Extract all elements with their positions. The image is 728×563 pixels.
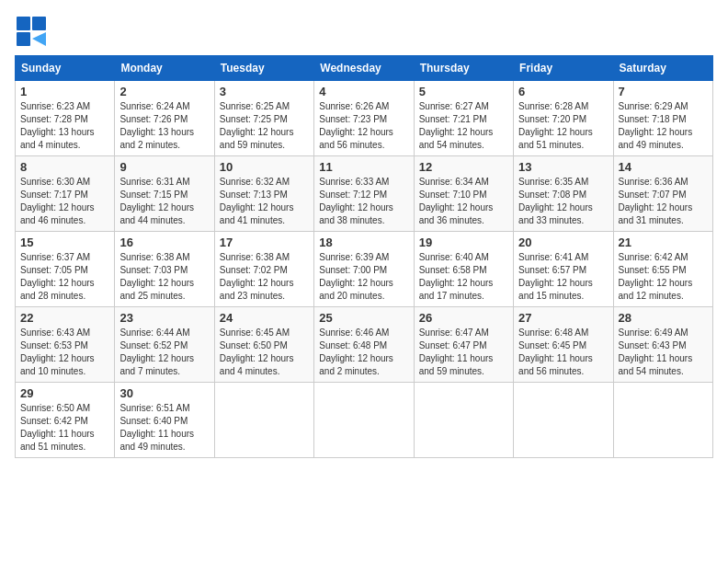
svg-marker-3 — [32, 32, 46, 46]
calendar-table: SundayMondayTuesdayWednesdayThursdayFrid… — [15, 55, 713, 458]
calendar-cell: 19Sunrise: 6:40 AM Sunset: 6:58 PM Dayli… — [414, 232, 513, 307]
calendar-cell: 8Sunrise: 6:30 AM Sunset: 7:17 PM Daylig… — [16, 156, 115, 232]
calendar-cell: 27Sunrise: 6:48 AM Sunset: 6:45 PM Dayli… — [514, 307, 613, 383]
day-number: 24 — [220, 311, 309, 325]
calendar-cell: 22Sunrise: 6:43 AM Sunset: 6:53 PM Dayli… — [16, 307, 115, 383]
day-info: Sunrise: 6:26 AM Sunset: 7:23 PM Dayligh… — [319, 100, 408, 152]
day-info: Sunrise: 6:35 AM Sunset: 7:08 PM Dayligh… — [518, 176, 608, 227]
weekday-header-sunday: Sunday — [16, 56, 115, 81]
day-number: 13 — [518, 160, 608, 174]
day-info: Sunrise: 6:40 AM Sunset: 6:58 PM Dayligh… — [419, 251, 508, 303]
day-info: Sunrise: 6:27 AM Sunset: 7:21 PM Dayligh… — [419, 100, 508, 152]
day-info: Sunrise: 6:39 AM Sunset: 7:00 PM Dayligh… — [319, 251, 408, 303]
calendar-cell: 17Sunrise: 6:38 AM Sunset: 7:02 PM Dayli… — [214, 232, 313, 307]
calendar-cell — [414, 383, 513, 458]
day-info: Sunrise: 6:43 AM Sunset: 6:53 PM Dayligh… — [20, 327, 109, 378]
svg-rect-0 — [17, 17, 30, 30]
day-info: Sunrise: 6:45 AM Sunset: 6:50 PM Dayligh… — [220, 327, 309, 378]
calendar-cell: 21Sunrise: 6:42 AM Sunset: 6:55 PM Dayli… — [613, 232, 712, 307]
calendar-cell: 13Sunrise: 6:35 AM Sunset: 7:08 PM Dayli… — [514, 156, 613, 232]
calendar-cell: 11Sunrise: 6:33 AM Sunset: 7:12 PM Dayli… — [314, 156, 414, 232]
day-number: 6 — [518, 85, 608, 98]
calendar-cell: 29Sunrise: 6:50 AM Sunset: 6:42 PM Dayli… — [16, 383, 115, 458]
calendar-cell: 2Sunrise: 6:24 AM Sunset: 7:26 PM Daylig… — [115, 81, 214, 156]
day-info: Sunrise: 6:48 AM Sunset: 6:45 PM Dayligh… — [518, 327, 608, 378]
calendar-cell: 25Sunrise: 6:46 AM Sunset: 6:48 PM Dayli… — [314, 307, 414, 383]
day-number: 3 — [220, 85, 309, 98]
day-info: Sunrise: 6:50 AM Sunset: 6:42 PM Dayligh… — [20, 402, 109, 454]
day-info: Sunrise: 6:29 AM Sunset: 7:18 PM Dayligh… — [619, 100, 708, 152]
day-number: 4 — [319, 85, 408, 98]
day-number: 17 — [220, 236, 309, 249]
svg-rect-1 — [32, 17, 46, 30]
day-info: Sunrise: 6:33 AM Sunset: 7:12 PM Dayligh… — [319, 176, 408, 227]
day-number: 25 — [319, 311, 408, 325]
logo-icon — [15, 15, 48, 48]
calendar-cell: 23Sunrise: 6:44 AM Sunset: 6:52 PM Dayli… — [115, 307, 214, 383]
day-info: Sunrise: 6:42 AM Sunset: 6:55 PM Dayligh… — [619, 251, 708, 303]
day-info: Sunrise: 6:31 AM Sunset: 7:15 PM Dayligh… — [119, 176, 209, 227]
day-info: Sunrise: 6:34 AM Sunset: 7:10 PM Dayligh… — [419, 176, 508, 227]
day-number: 10 — [220, 160, 309, 174]
day-number: 7 — [619, 85, 708, 98]
day-number: 21 — [619, 236, 708, 249]
calendar-cell — [514, 383, 613, 458]
day-info: Sunrise: 6:46 AM Sunset: 6:48 PM Dayligh… — [319, 327, 408, 378]
day-number: 12 — [419, 160, 508, 174]
day-number: 23 — [119, 311, 209, 325]
day-info: Sunrise: 6:25 AM Sunset: 7:25 PM Dayligh… — [220, 100, 309, 152]
calendar-cell: 12Sunrise: 6:34 AM Sunset: 7:10 PM Dayli… — [414, 156, 513, 232]
day-number: 19 — [419, 236, 508, 249]
day-number: 26 — [419, 311, 508, 325]
calendar-cell — [214, 383, 313, 458]
calendar-cell: 24Sunrise: 6:45 AM Sunset: 6:50 PM Dayli… — [214, 307, 313, 383]
calendar-cell: 26Sunrise: 6:47 AM Sunset: 6:47 PM Dayli… — [414, 307, 513, 383]
day-number: 28 — [619, 311, 708, 325]
day-number: 2 — [119, 85, 209, 98]
calendar-cell: 4Sunrise: 6:26 AM Sunset: 7:23 PM Daylig… — [314, 81, 414, 156]
day-info: Sunrise: 6:41 AM Sunset: 6:57 PM Dayligh… — [518, 251, 608, 303]
weekday-header-tuesday: Tuesday — [214, 56, 313, 81]
calendar-cell: 14Sunrise: 6:36 AM Sunset: 7:07 PM Dayli… — [613, 156, 712, 232]
calendar-cell — [613, 383, 712, 458]
calendar-cell: 30Sunrise: 6:51 AM Sunset: 6:40 PM Dayli… — [115, 383, 214, 458]
day-info: Sunrise: 6:36 AM Sunset: 7:07 PM Dayligh… — [619, 176, 708, 227]
calendar-cell: 7Sunrise: 6:29 AM Sunset: 7:18 PM Daylig… — [613, 81, 712, 156]
day-number: 15 — [20, 236, 109, 249]
day-number: 29 — [20, 386, 109, 400]
day-number: 30 — [119, 386, 209, 400]
day-number: 22 — [20, 311, 109, 325]
day-number: 11 — [319, 160, 408, 174]
calendar-cell: 28Sunrise: 6:49 AM Sunset: 6:43 PM Dayli… — [613, 307, 712, 383]
day-info: Sunrise: 6:30 AM Sunset: 7:17 PM Dayligh… — [20, 176, 109, 227]
calendar-cell: 9Sunrise: 6:31 AM Sunset: 7:15 PM Daylig… — [115, 156, 214, 232]
day-info: Sunrise: 6:51 AM Sunset: 6:40 PM Dayligh… — [119, 402, 209, 454]
logo — [15, 15, 51, 48]
calendar-cell: 15Sunrise: 6:37 AM Sunset: 7:05 PM Dayli… — [16, 232, 115, 307]
weekday-header-wednesday: Wednesday — [314, 56, 414, 81]
day-info: Sunrise: 6:37 AM Sunset: 7:05 PM Dayligh… — [20, 251, 109, 303]
day-info: Sunrise: 6:47 AM Sunset: 6:47 PM Dayligh… — [419, 327, 508, 378]
calendar-cell: 10Sunrise: 6:32 AM Sunset: 7:13 PM Dayli… — [214, 156, 313, 232]
day-number: 1 — [20, 85, 109, 98]
day-number: 5 — [419, 85, 508, 98]
day-number: 9 — [119, 160, 209, 174]
calendar-cell: 6Sunrise: 6:28 AM Sunset: 7:20 PM Daylig… — [514, 81, 613, 156]
day-number: 8 — [20, 160, 109, 174]
day-number: 27 — [518, 311, 608, 325]
calendar-cell: 3Sunrise: 6:25 AM Sunset: 7:25 PM Daylig… — [214, 81, 313, 156]
day-info: Sunrise: 6:28 AM Sunset: 7:20 PM Dayligh… — [518, 100, 608, 152]
calendar-cell: 5Sunrise: 6:27 AM Sunset: 7:21 PM Daylig… — [414, 81, 513, 156]
calendar-cell: 1Sunrise: 6:23 AM Sunset: 7:28 PM Daylig… — [16, 81, 115, 156]
calendar-cell: 18Sunrise: 6:39 AM Sunset: 7:00 PM Dayli… — [314, 232, 414, 307]
day-info: Sunrise: 6:38 AM Sunset: 7:02 PM Dayligh… — [220, 251, 309, 303]
header — [15, 15, 713, 48]
day-info: Sunrise: 6:38 AM Sunset: 7:03 PM Dayligh… — [119, 251, 209, 303]
day-number: 20 — [518, 236, 608, 249]
svg-rect-2 — [17, 32, 30, 46]
day-number: 18 — [319, 236, 408, 249]
calendar-cell: 20Sunrise: 6:41 AM Sunset: 6:57 PM Dayli… — [514, 232, 613, 307]
day-number: 14 — [619, 160, 708, 174]
weekday-header-thursday: Thursday — [414, 56, 513, 81]
day-info: Sunrise: 6:32 AM Sunset: 7:13 PM Dayligh… — [220, 176, 309, 227]
